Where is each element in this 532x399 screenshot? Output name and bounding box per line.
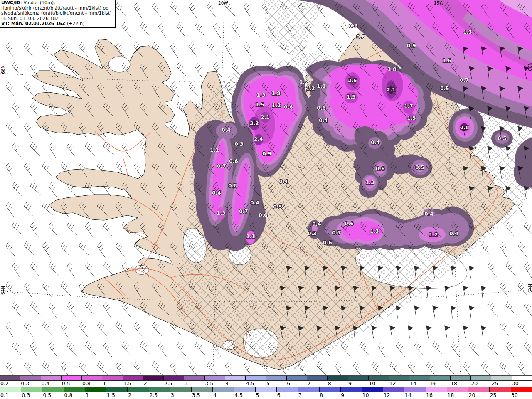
value-label: 0.4 bbox=[212, 190, 221, 196]
value-label: 0.7 bbox=[239, 209, 248, 214]
value-label: 1.5 bbox=[347, 94, 355, 100]
value-label: 1.3 bbox=[256, 92, 265, 98]
scale-label: 2 bbox=[128, 392, 149, 399]
scale-segment bbox=[430, 376, 450, 380]
scale-label: 8 bbox=[328, 381, 348, 387]
value-label: 0.7 bbox=[460, 77, 468, 83]
value-label: 0.4 bbox=[279, 179, 288, 185]
scale-label: 0.2 bbox=[0, 381, 20, 387]
scale-label: 14 bbox=[409, 381, 430, 387]
scale-segment bbox=[340, 387, 362, 392]
map-canvas bbox=[0, 0, 532, 375]
scale-label: 3 bbox=[184, 381, 204, 387]
scale-segment bbox=[307, 376, 327, 380]
scale-label: 18 bbox=[447, 392, 468, 399]
scale-segment bbox=[234, 387, 255, 392]
value-label: 1.3 bbox=[370, 228, 379, 234]
scale-segment bbox=[41, 376, 61, 380]
scale-segment bbox=[127, 387, 148, 392]
scale-label: 1.5 bbox=[123, 381, 143, 387]
scale-label: 9 bbox=[340, 392, 362, 399]
value-label: 0.5 bbox=[498, 135, 506, 141]
value-label: 0.6 bbox=[349, 23, 357, 29]
scale-segment bbox=[225, 376, 245, 380]
scale-segment bbox=[348, 376, 368, 380]
value-label: 1.3 bbox=[365, 180, 374, 185]
scale-label: 25 bbox=[491, 381, 512, 387]
value-label: 0.6 bbox=[323, 240, 332, 246]
scale-label: 12 bbox=[383, 392, 404, 399]
scale-segment bbox=[85, 387, 106, 392]
value-label: 1.7 bbox=[404, 103, 413, 109]
scale-label: 1 bbox=[85, 392, 106, 399]
value-label: 0.4 bbox=[424, 211, 433, 217]
scale-segment bbox=[404, 387, 425, 392]
info-line: slydda/snjókoma (grátt/bleikt/grænt - mm… bbox=[1, 11, 113, 16]
scale-segment bbox=[81, 376, 102, 380]
value-label: 3.2 bbox=[250, 121, 259, 126]
scale-segment bbox=[327, 376, 347, 380]
value-label: 1.3 bbox=[217, 210, 225, 216]
value-label: 0.7 bbox=[217, 163, 226, 169]
scale-segment bbox=[20, 376, 40, 380]
scale-segment bbox=[362, 387, 383, 392]
value-label: 1.2 bbox=[272, 103, 281, 108]
scale-segment bbox=[298, 387, 319, 392]
value-label: 1.1 bbox=[246, 234, 255, 239]
value-label: 0.4 bbox=[319, 118, 328, 123]
scale-label: 0.1 bbox=[0, 392, 21, 399]
value-label: 0.4 bbox=[250, 200, 259, 206]
scale-label: 4.5 bbox=[234, 392, 255, 399]
scale-label: 0.5 bbox=[42, 392, 64, 399]
scale-segment bbox=[204, 376, 225, 380]
value-label: 2.5 bbox=[348, 78, 357, 84]
value-label: 0.9 bbox=[407, 43, 416, 49]
scale-segment bbox=[450, 376, 470, 380]
scale-label: 9 bbox=[348, 381, 368, 387]
scale-segment bbox=[511, 387, 532, 392]
scale-label: 3 bbox=[170, 392, 192, 399]
value-label: 1.2 bbox=[299, 79, 308, 85]
scale-segment bbox=[276, 387, 298, 392]
scale-segment bbox=[149, 387, 170, 392]
scale-segment bbox=[245, 376, 266, 380]
value-label: 2.8 bbox=[460, 125, 469, 131]
scale-label: 3.5 bbox=[192, 392, 213, 399]
scale-label: 12 bbox=[389, 381, 409, 387]
info-line: UWC/IG: Vindur (10m), bbox=[1, 0, 113, 6]
scale-segment bbox=[512, 376, 532, 380]
value-label: 0.6 bbox=[259, 212, 267, 218]
value-label: 0.5 bbox=[440, 86, 449, 91]
scale-label: 7 bbox=[307, 381, 328, 387]
scale-label: 18 bbox=[450, 381, 470, 387]
value-label: 1.6 bbox=[442, 58, 451, 64]
scale-label: 10 bbox=[368, 381, 389, 387]
scale-label: 10 bbox=[362, 392, 383, 399]
scale-label: 2.5 bbox=[164, 381, 184, 387]
scale-segment bbox=[123, 376, 143, 380]
scale-label: 6 bbox=[277, 392, 298, 399]
scale-label: 4.5 bbox=[246, 381, 266, 387]
scale-segment bbox=[170, 387, 191, 392]
value-label: 1.3 bbox=[463, 29, 472, 35]
scale-label: 0.8 bbox=[64, 392, 85, 399]
scale-segment bbox=[61, 376, 81, 380]
value-label: 0.3 bbox=[308, 231, 316, 236]
value-label: 0.6 bbox=[345, 221, 353, 227]
scale-segment bbox=[0, 387, 21, 392]
scale-label: 4 bbox=[225, 381, 246, 387]
scale-segment bbox=[409, 376, 429, 380]
graticule-label: 15W bbox=[434, 0, 444, 5]
scale-segment bbox=[368, 376, 389, 380]
value-label: 0.6 bbox=[284, 104, 293, 110]
weather-map: 0.60.60.91.31.60.70.51.82.12.51.51.71.51… bbox=[0, 0, 532, 375]
value-label: 1.5 bbox=[255, 102, 264, 108]
value-label: 1.1 bbox=[317, 83, 325, 89]
scale-segment bbox=[42, 387, 63, 392]
scale-label: 14 bbox=[404, 392, 426, 399]
scale-segment bbox=[383, 387, 404, 392]
value-label: 0.3 bbox=[234, 141, 243, 147]
scale-label: 5 bbox=[266, 381, 286, 387]
scale-label: 5 bbox=[255, 392, 276, 399]
scale-label: 16 bbox=[426, 392, 447, 399]
